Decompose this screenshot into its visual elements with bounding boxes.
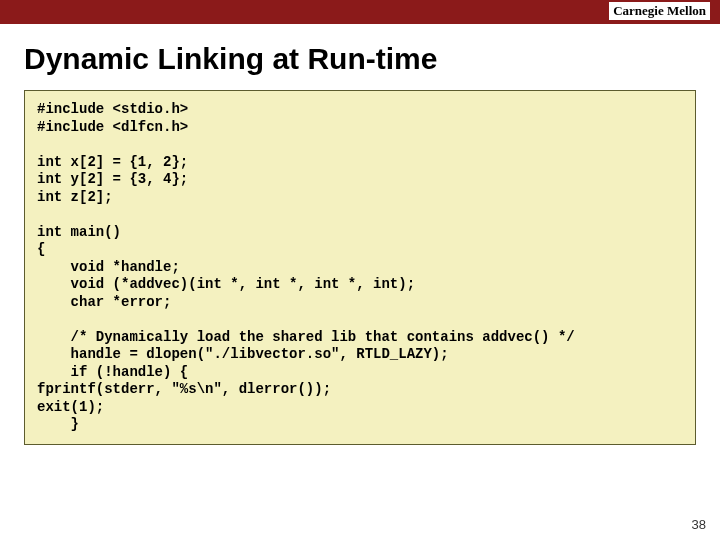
slide-title: Dynamic Linking at Run-time: [24, 42, 696, 76]
header-bar: Carnegie Mellon: [0, 0, 720, 24]
page-number: 38: [692, 517, 706, 532]
university-logo: Carnegie Mellon: [609, 2, 710, 20]
code-listing: #include <stdio.h> #include <dlfcn.h> in…: [24, 90, 696, 445]
